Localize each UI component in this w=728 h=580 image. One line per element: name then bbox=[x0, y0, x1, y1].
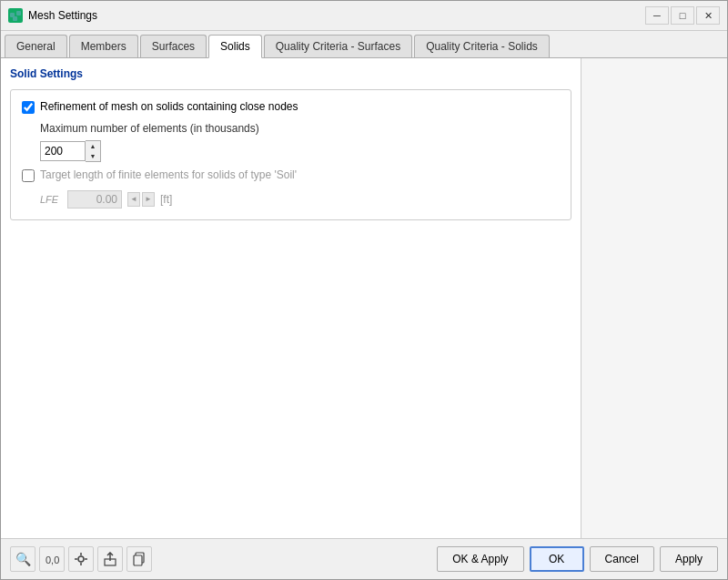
export-icon-button[interactable] bbox=[97, 546, 123, 572]
apply-button[interactable]: Apply bbox=[660, 546, 718, 572]
main-content: Solid Settings Refinement of mesh on sol… bbox=[1, 58, 727, 538]
title-bar: Mesh Settings ─ □ ✕ bbox=[1, 1, 727, 31]
max-elements-row: Maximum number of elements (in thousands… bbox=[40, 122, 560, 135]
ok-apply-button[interactable]: OK & Apply bbox=[437, 546, 523, 572]
settings-icon-button[interactable] bbox=[68, 546, 94, 572]
tab-bar: General Members Surfaces Solids Quality … bbox=[1, 31, 727, 58]
app-icon bbox=[8, 8, 23, 23]
title-controls: ─ □ ✕ bbox=[645, 6, 720, 25]
tab-general[interactable]: General bbox=[5, 35, 67, 57]
bottom-icon-bar: 🔍 0,0 bbox=[10, 546, 152, 572]
right-panel bbox=[581, 58, 727, 538]
svg-point-4 bbox=[78, 556, 84, 562]
spinner-up-button[interactable]: ▲ bbox=[86, 141, 100, 151]
max-elements-input[interactable] bbox=[40, 141, 86, 161]
lfe-left-arrow: ◄ bbox=[127, 192, 140, 207]
lfe-input bbox=[67, 190, 122, 209]
spinner-buttons: ▲ ▼ bbox=[86, 140, 101, 162]
target-length-checkbox[interactable] bbox=[22, 169, 35, 182]
ok-button[interactable]: OK bbox=[530, 546, 584, 572]
tab-quality-criteria-solids[interactable]: Quality Criteria - Solids bbox=[414, 35, 550, 57]
refinement-label: Refinement of mesh on solids containing … bbox=[40, 99, 298, 115]
lfe-right-arrow: ► bbox=[142, 192, 155, 207]
refinement-checkbox[interactable] bbox=[22, 101, 35, 114]
settings-group: Refinement of mesh on solids containing … bbox=[10, 89, 571, 220]
minimize-button[interactable]: ─ bbox=[645, 6, 669, 25]
max-elements-label: Maximum number of elements (in thousands… bbox=[40, 122, 259, 135]
close-button[interactable]: ✕ bbox=[696, 6, 720, 25]
maximize-button[interactable]: □ bbox=[671, 6, 694, 25]
svg-text:0,0: 0,0 bbox=[46, 555, 59, 565]
lfe-arrows: ◄ ► bbox=[127, 192, 155, 207]
target-length-row: Target length of finite elements for sol… bbox=[22, 168, 560, 183]
title-bar-left: Mesh Settings bbox=[8, 8, 97, 23]
target-length-label: Target length of finite elements for sol… bbox=[40, 168, 297, 183]
section-title: Solid Settings bbox=[10, 67, 571, 80]
max-elements-spinner: ▲ ▼ bbox=[40, 140, 101, 162]
svg-rect-12 bbox=[134, 555, 142, 565]
search-icon-button[interactable]: 🔍 bbox=[10, 546, 35, 572]
svg-rect-1 bbox=[16, 11, 21, 15]
number-icon-button[interactable]: 0,0 bbox=[39, 546, 65, 572]
cancel-button[interactable]: Cancel bbox=[590, 546, 654, 572]
lfe-unit: [ft] bbox=[160, 193, 172, 206]
copy-icon-button[interactable] bbox=[126, 546, 152, 572]
max-elements-input-row: ▲ ▼ bbox=[40, 140, 560, 162]
lfe-row: LFE ◄ ► [ft] bbox=[40, 190, 560, 209]
left-panel: Solid Settings Refinement of mesh on sol… bbox=[1, 58, 581, 538]
svg-rect-2 bbox=[13, 16, 17, 21]
tab-quality-criteria-surfaces[interactable]: Quality Criteria - Surfaces bbox=[264, 35, 412, 57]
window-title: Mesh Settings bbox=[28, 9, 97, 22]
tab-surfaces[interactable]: Surfaces bbox=[140, 35, 207, 57]
bottom-bar: 🔍 0,0 bbox=[1, 538, 727, 579]
tab-solids[interactable]: Solids bbox=[208, 35, 262, 58]
lfe-label: LFE bbox=[40, 194, 62, 205]
tab-members[interactable]: Members bbox=[69, 35, 138, 57]
refinement-row: Refinement of mesh on solids containing … bbox=[22, 99, 560, 115]
bottom-buttons: OK & Apply OK Cancel Apply bbox=[437, 546, 718, 572]
main-window: Mesh Settings ─ □ ✕ General Members Surf… bbox=[0, 0, 728, 580]
spinner-down-button[interactable]: ▼ bbox=[86, 151, 100, 161]
